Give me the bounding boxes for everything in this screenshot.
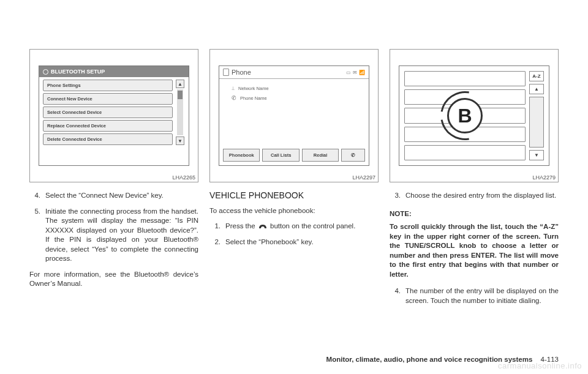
message-icon: ✉ bbox=[353, 70, 357, 75]
step-4: 4. Select the “Connect New Device” key. bbox=[29, 191, 198, 201]
battery-icon: ▭ bbox=[346, 70, 351, 75]
gear-icon bbox=[43, 69, 48, 75]
bt-menu-item: Select Connected Device bbox=[43, 107, 173, 118]
step-number: 2. bbox=[209, 237, 221, 247]
step-2: 2. Select the “Phonebook” key. bbox=[209, 237, 379, 247]
phone-device-icon bbox=[223, 69, 229, 76]
antenna-icon: ⟂ bbox=[232, 85, 235, 91]
az-key: A-Z bbox=[529, 71, 544, 81]
section-heading: VEHICLE PHONEBOOK bbox=[209, 190, 379, 201]
phone-title: Phone bbox=[232, 69, 251, 76]
tune-scroll-knob: B bbox=[447, 98, 483, 133]
list-row bbox=[404, 145, 526, 160]
step-3: 3. Choose the desired entry from the dis… bbox=[390, 191, 559, 201]
bt-title-text: BLUETOOTH SETUP bbox=[51, 69, 105, 75]
bt-menu-item: Connect New Device bbox=[43, 93, 173, 105]
step-text: Select the “Connect New Device” key. bbox=[45, 191, 198, 201]
bt-menu-item: Replace Connected Device bbox=[43, 120, 173, 132]
bt-screen-title: BLUETOOTH SETUP bbox=[39, 66, 189, 77]
figure-label: LHA2265 bbox=[172, 174, 195, 181]
step-5: 5. Initiate the connecting process from … bbox=[29, 207, 198, 264]
phone-name-label: Phone Name bbox=[240, 95, 267, 101]
step-text: Press the button on the control panel. bbox=[225, 222, 379, 231]
status-icons: ▭ ✉ 📶 bbox=[346, 70, 365, 75]
step-text: The number of the entry will be displaye… bbox=[405, 286, 559, 305]
scroll-down-icon: ▼ bbox=[176, 137, 184, 145]
signal-icon: 📶 bbox=[359, 70, 365, 75]
step-1: 1. Press the button on the control panel… bbox=[209, 222, 379, 231]
scroll-up-icon: ▲ bbox=[529, 84, 544, 94]
figure-label: LHA2279 bbox=[532, 174, 556, 181]
call-button: ✆ bbox=[341, 149, 365, 162]
scrollbar-track bbox=[529, 97, 544, 148]
scroll-down-icon: ▼ bbox=[529, 150, 544, 160]
paragraph: For more information, see the Bluetooth®… bbox=[29, 270, 198, 289]
phone-button-icon bbox=[257, 223, 268, 230]
az-screen: B A-Z ▲ ▼ bbox=[399, 65, 549, 166]
figure-bluetooth-setup: BLUETOOTH SETUP Phone Settings Connect N… bbox=[29, 49, 198, 182]
bt-screen: BLUETOOTH SETUP Phone Settings Connect N… bbox=[39, 65, 189, 166]
intro-text: To access the vehicle phonebook: bbox=[209, 206, 379, 216]
network-name-label: Network Name bbox=[238, 86, 269, 91]
step-number: 3. bbox=[390, 191, 401, 201]
bt-menu-item: Phone Settings bbox=[43, 80, 173, 91]
note-body: To scroll quickly through the list, touc… bbox=[390, 222, 559, 279]
list-row bbox=[404, 71, 526, 86]
phonebook-button: Phonebook bbox=[223, 149, 260, 162]
bt-menu-item: Delete Connected Device bbox=[43, 133, 173, 145]
handset-icon: ✆ bbox=[232, 95, 236, 101]
step-number: 4. bbox=[390, 286, 401, 305]
figure-label: LHA2297 bbox=[352, 174, 375, 181]
step-text: Choose the desired entry from the displa… bbox=[405, 191, 559, 201]
redial-button: Redial bbox=[302, 149, 339, 162]
watermark: carmanualsonline.info bbox=[498, 361, 582, 370]
figure-phone: Phone ▭ ✉ 📶 ⟂ Network Name ✆ Ph bbox=[209, 49, 379, 182]
step-text: Initiate the connecting process from the… bbox=[45, 207, 198, 264]
phone-screen: Phone ▭ ✉ 📶 ⟂ Network Name ✆ Ph bbox=[219, 65, 369, 166]
step-number: 1. bbox=[209, 222, 221, 231]
figure-az-list: B A-Z ▲ ▼ LHA2279 bbox=[390, 49, 559, 182]
step-text: Select the “Phonebook” key. bbox=[225, 237, 379, 247]
note-label: NOTE: bbox=[390, 209, 559, 219]
knob-letter: B bbox=[458, 105, 472, 127]
step-number: 4. bbox=[29, 191, 40, 201]
step-number: 5. bbox=[29, 207, 40, 264]
scroll-up-icon: ▲ bbox=[176, 80, 184, 88]
scrollbar: ▲ ▼ bbox=[175, 80, 185, 145]
step-4b: 4. The number of the entry will be displ… bbox=[390, 286, 559, 305]
call-lists-button: Call Lists bbox=[262, 149, 299, 162]
